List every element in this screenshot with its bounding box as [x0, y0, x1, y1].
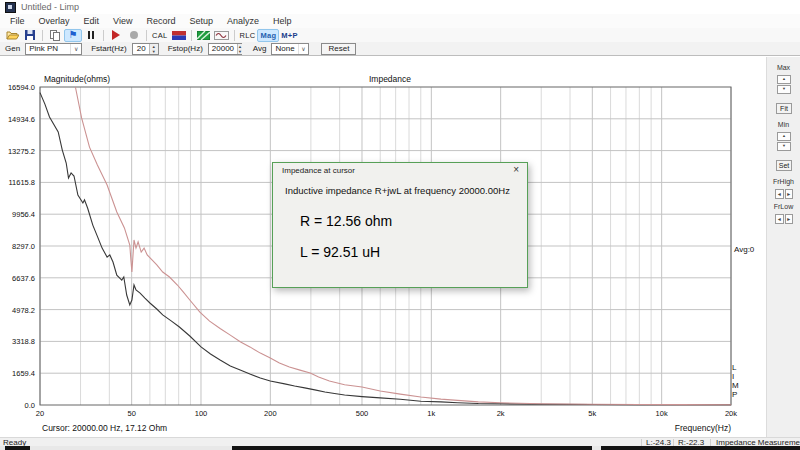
- pause-button[interactable]: [82, 29, 100, 42]
- right-arrow-icon[interactable]: ►: [785, 214, 794, 224]
- signal-generator-button[interactable]: [213, 29, 231, 42]
- x-axis-title: Frequency(Hz): [601, 423, 731, 433]
- calibrate-button[interactable]: CAL: [150, 29, 170, 42]
- x-tick-label: 20: [25, 409, 55, 418]
- left-arrow-icon[interactable]: ◄: [775, 214, 784, 224]
- limp-letter: M: [732, 381, 739, 390]
- mag-label: Mag: [258, 31, 278, 40]
- limp-app-window: Untitled - Limp FileOverlayEditViewRecor…: [0, 0, 800, 450]
- toolbar-separator: [234, 30, 235, 41]
- status-separator: [710, 439, 711, 446]
- fstop-value: 20000: [209, 44, 237, 54]
- frlow-spinner[interactable]: ◄►: [775, 214, 793, 224]
- taskbar-fragment: [232, 446, 592, 450]
- y-tick-label: 14934.6: [0, 115, 35, 124]
- chart-title: Impedance: [340, 74, 440, 84]
- min-spinner[interactable]: ▲▼: [777, 132, 791, 151]
- fstop-spinner[interactable]: 20000 ▲▼: [208, 43, 242, 55]
- color-setup-button[interactable]: [170, 29, 188, 42]
- magnitude-view-button[interactable]: Mag: [257, 29, 279, 42]
- min-label: Min: [767, 121, 800, 128]
- limp-letter: P: [732, 390, 739, 399]
- flag-icon: ⚑: [69, 31, 78, 39]
- x-tick-label: 200: [255, 409, 285, 418]
- fstart-label: Fstart(Hz): [91, 44, 127, 53]
- limp-letter: I: [732, 372, 739, 381]
- y-tick-label: 9956.4: [0, 210, 35, 219]
- taskbar-strip: [0, 446, 800, 450]
- play-icon: [112, 30, 120, 40]
- left-arrow-icon[interactable]: ◄: [775, 189, 784, 199]
- right-arrow-icon[interactable]: ►: [785, 189, 794, 199]
- generator-type-select[interactable]: Pink PN ∨: [25, 43, 82, 55]
- generator-setup-button[interactable]: [195, 29, 213, 42]
- mp-label: M+P: [279, 31, 300, 40]
- menu-item-record[interactable]: Record: [139, 15, 182, 27]
- magnitude-phase-view-button[interactable]: M+P: [279, 29, 300, 42]
- open-folder-icon: [6, 30, 19, 40]
- x-tick-label: 2k: [486, 409, 516, 418]
- reset-label: Reset: [328, 44, 349, 53]
- reset-button[interactable]: Reset: [321, 43, 356, 55]
- fit-button[interactable]: Fit: [776, 103, 792, 114]
- save-button[interactable]: [21, 29, 39, 42]
- limp-letter: L: [732, 363, 739, 372]
- y-tick-label: 13275.2: [0, 147, 35, 156]
- main-toolbar: ⚑ CAL RLC Mag: [0, 28, 800, 42]
- x-tick-label: 500: [347, 409, 377, 418]
- spinner-arrows-icon[interactable]: ▲▼: [149, 44, 158, 54]
- title-bar: Untitled - Limp: [0, 0, 800, 14]
- limp-vertical-logo: LIMP: [732, 363, 739, 399]
- gen-label: Gen: [5, 44, 20, 53]
- fstart-value: 20: [133, 44, 149, 54]
- copy-pages-icon: [50, 30, 60, 41]
- frhigh-spinner[interactable]: ◄►: [775, 189, 793, 199]
- up-arrow-icon[interactable]: ▲: [777, 132, 791, 141]
- max-spinner[interactable]: ▲▼: [777, 75, 791, 94]
- window-title: Untitled - Limp: [21, 2, 79, 12]
- spinner-arrows-icon[interactable]: ▲▼: [237, 44, 242, 54]
- open-file-button[interactable]: [3, 29, 21, 42]
- taskbar-fragment: [601, 446, 800, 450]
- fstart-spinner[interactable]: 20 ▲▼: [132, 43, 159, 55]
- toolbar-separator: [103, 30, 104, 41]
- y-tick-label: 16594.0: [0, 83, 35, 92]
- status-bar: Ready L:-24.3 R:-22.3 Impedance Measurem…: [0, 437, 800, 446]
- impedance-at-cursor-dialog: Impedance at cursor × Inductive impedanc…: [272, 162, 528, 288]
- y-tick-label: 4978.2: [0, 306, 35, 315]
- y-tick-label: 8297.0: [0, 242, 35, 251]
- down-arrow-icon[interactable]: ▼: [777, 142, 791, 151]
- fstop-label: Fstop(Hz): [168, 44, 203, 53]
- down-arrow-icon[interactable]: ▼: [777, 85, 791, 94]
- menu-item-setup[interactable]: Setup: [182, 15, 220, 27]
- right-control-panel: Max ▲▼ Fit Min ▲▼ Set FrHigh ◄► FrLow ◄►: [766, 57, 800, 437]
- red-blue-flag-icon: [172, 31, 186, 40]
- toolbar-separator: [146, 30, 147, 41]
- menu-bar: FileOverlayEditViewRecordSetupAnalyzeHel…: [0, 14, 800, 28]
- menu-item-overlay[interactable]: Overlay: [32, 15, 77, 27]
- x-tick-label: 5k: [577, 409, 607, 418]
- avg-counter: Avg:0: [734, 245, 754, 254]
- menu-item-edit[interactable]: Edit: [77, 15, 107, 27]
- toolbar-separator: [191, 30, 192, 41]
- averaging-select[interactable]: None ∨: [271, 43, 309, 55]
- set-label: Set: [779, 162, 790, 169]
- menu-item-file[interactable]: File: [3, 15, 32, 27]
- resistance-value: R = 12.56 ohm: [300, 213, 392, 229]
- menu-item-help[interactable]: Help: [266, 15, 299, 27]
- up-arrow-icon[interactable]: ▲: [777, 75, 791, 84]
- set-button[interactable]: Set: [776, 160, 792, 171]
- cal-label: CAL: [150, 31, 170, 40]
- rlc-label: RLC: [238, 31, 258, 40]
- menu-item-view[interactable]: View: [106, 15, 139, 27]
- copy-button[interactable]: [46, 29, 64, 42]
- frhigh-label: FrHigh: [767, 178, 800, 185]
- close-icon[interactable]: ×: [513, 164, 519, 175]
- y-tick-label: 6637.6: [0, 274, 35, 283]
- marker-toggle-button[interactable]: ⚑: [64, 29, 82, 42]
- start-record-button[interactable]: [107, 29, 125, 42]
- generator-type-value: Pink PN: [26, 44, 70, 53]
- menu-item-analyze[interactable]: Analyze: [220, 15, 266, 27]
- rlc-view-button[interactable]: RLC: [238, 29, 258, 42]
- stop-button[interactable]: [125, 29, 143, 42]
